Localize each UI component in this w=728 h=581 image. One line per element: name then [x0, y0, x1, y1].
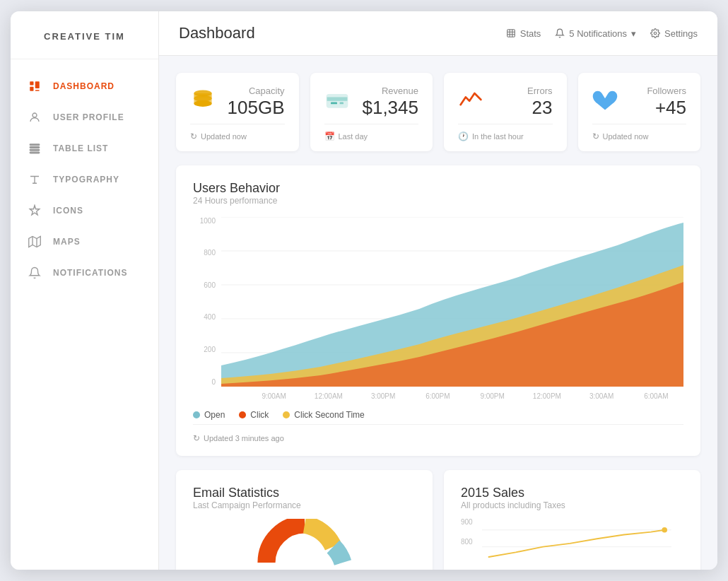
- svg-rect-5: [30, 144, 40, 146]
- chart-footer-icon: ↻: [193, 433, 200, 443]
- sales-y-900: 900: [461, 519, 473, 526]
- svg-rect-3: [35, 90, 40, 91]
- bell-icon: [25, 266, 45, 280]
- stats-button[interactable]: Stats: [506, 28, 541, 39]
- sales-y-labels: 900 800: [461, 519, 473, 546]
- legend-click-second: Click Second Time: [283, 410, 364, 420]
- x-label-2: 12:00AM: [301, 392, 356, 400]
- sidebar-brand: CREATIVE TIM: [11, 11, 158, 59]
- svg-rect-25: [331, 102, 337, 105]
- settings-label: Settings: [664, 28, 698, 39]
- donut-chart-svg: [248, 519, 361, 570]
- app-frame: CREATIVE TIM DASHBOARD: [11, 11, 717, 570]
- sidebar-item-notifications[interactable]: NOTIFICATIONS: [11, 257, 158, 288]
- svg-rect-24: [327, 98, 347, 101]
- notifications-label: 5 Notifications: [569, 28, 627, 39]
- followers-icon: [592, 87, 618, 116]
- main: Dashboard Stats: [159, 11, 717, 570]
- svg-point-35: [662, 527, 667, 533]
- sidebar-item-user-profile[interactable]: USER PROFILE: [11, 102, 158, 133]
- stat-info-errors: Errors 23: [527, 86, 552, 118]
- svg-rect-2: [35, 81, 40, 88]
- svg-rect-12: [507, 30, 515, 37]
- stat-info-followers: Followers +45: [647, 86, 686, 118]
- chart-footer-text: Updated 3 minutes ago: [204, 434, 284, 442]
- x-label-3: 3:00PM: [356, 392, 411, 400]
- followers-footer-text: Updated now: [603, 132, 649, 141]
- email-statistics-subtitle: Last Campaign Performance: [193, 500, 416, 510]
- sidebar-label-icons: ICONS: [53, 206, 83, 216]
- sidebar-item-maps[interactable]: MAPS: [11, 226, 158, 257]
- sales-chart-area: 900 800: [461, 519, 683, 568]
- errors-label: Errors: [527, 86, 552, 96]
- revenue-value: $1,345: [362, 98, 418, 118]
- notifications-chevron: ▾: [631, 28, 636, 39]
- chart-title: Users Behavior: [193, 181, 683, 196]
- svg-rect-8: [30, 152, 40, 153]
- email-statistics-title: Email Statistics: [193, 486, 416, 500]
- users-behavior-card: Users Behavior 24 Hours performance 1000…: [176, 165, 700, 456]
- y-label-1000: 1000: [200, 217, 216, 225]
- x-label-1: 9:00AM: [247, 392, 301, 400]
- sidebar-item-table-list[interactable]: TABLE LIST: [11, 133, 158, 164]
- chart-wrapper: 1000 800 600 400 200 0: [193, 217, 683, 400]
- legend-open: Open: [193, 410, 225, 420]
- sales-2015-subtitle: All products including Taxes: [461, 500, 683, 510]
- errors-footer-text: In the last hour: [472, 132, 524, 141]
- svg-rect-1: [30, 87, 33, 91]
- stat-card-top-errors: Errors 23: [458, 86, 553, 118]
- svg-marker-9: [29, 237, 41, 247]
- capacity-footer: ↻ Updated now: [190, 124, 285, 141]
- svg-point-22: [194, 100, 211, 107]
- legend-dot-click: [239, 411, 246, 418]
- revenue-label: Revenue: [362, 86, 418, 96]
- sidebar-label-dashboard: DASHBOARD: [53, 81, 115, 91]
- stat-card-errors: Errors 23 🕐 In the last hour: [444, 73, 567, 151]
- email-statistics-card: Email Statistics Last Campaign Performan…: [176, 470, 433, 570]
- stat-card-revenue: Revenue $1,345 📅 Last day: [310, 73, 433, 151]
- header-actions: Stats 5 Notifications ▾ Settings: [506, 28, 698, 39]
- capacity-icon: [190, 87, 216, 116]
- y-label-200: 200: [204, 346, 216, 353]
- notifications-button[interactable]: 5 Notifications ▾: [555, 28, 636, 39]
- errors-footer-icon: 🕐: [458, 131, 469, 141]
- settings-button[interactable]: Settings: [650, 28, 698, 39]
- capacity-value: 105GB: [228, 98, 285, 118]
- y-label-400: 400: [204, 313, 216, 321]
- svg-point-17: [654, 32, 657, 35]
- stats-icon: [506, 28, 516, 38]
- x-label-4: 6:00PM: [411, 392, 465, 400]
- capacity-footer-text: Updated now: [201, 132, 247, 141]
- followers-label: Followers: [647, 86, 686, 96]
- errors-icon: [458, 87, 483, 116]
- sidebar-label-user-profile: USER PROFILE: [53, 112, 124, 122]
- stat-card-top-capacity: Capacity 105GB: [190, 86, 285, 118]
- x-label-6: 12:00PM: [519, 392, 574, 400]
- stat-card-top-followers: Followers +45: [592, 86, 687, 118]
- stat-card-followers: Followers +45 ↻ Updated now: [578, 73, 701, 151]
- legend-click: Click: [239, 410, 269, 420]
- stat-info-capacity: Capacity 105GB: [228, 86, 285, 118]
- icons-nav-icon: [25, 204, 45, 218]
- stat-card-top-revenue: Revenue $1,345: [324, 86, 419, 118]
- x-label-8: 6:00AM: [629, 392, 683, 400]
- stat-info-revenue: Revenue $1,345: [362, 86, 418, 118]
- svg-rect-6: [30, 147, 40, 148]
- followers-footer: ↻ Updated now: [592, 124, 687, 141]
- typography-icon: [25, 172, 45, 187]
- sales-2015-card: 2015 Sales All products including Taxes …: [444, 470, 700, 570]
- sales-y-800: 800: [461, 539, 473, 546]
- notifications-header-icon: [555, 28, 565, 38]
- sidebar-label-notifications: NOTIFICATIONS: [53, 268, 127, 278]
- chart-footer: ↻ Updated 3 minutes ago: [193, 424, 683, 443]
- revenue-icon: [324, 87, 350, 116]
- gear-icon: [650, 28, 660, 38]
- svg-point-4: [33, 113, 37, 117]
- page-title: Dashboard: [179, 24, 255, 42]
- y-label-600: 600: [204, 281, 216, 289]
- sidebar-label-maps: MAPS: [53, 237, 81, 247]
- sidebar-item-icons[interactable]: ICONS: [11, 195, 158, 226]
- sidebar-item-dashboard[interactable]: DASHBOARD: [11, 71, 158, 102]
- sidebar-item-typography[interactable]: TYPOGRAPHY: [11, 164, 158, 195]
- sidebar: CREATIVE TIM DASHBOARD: [11, 11, 159, 570]
